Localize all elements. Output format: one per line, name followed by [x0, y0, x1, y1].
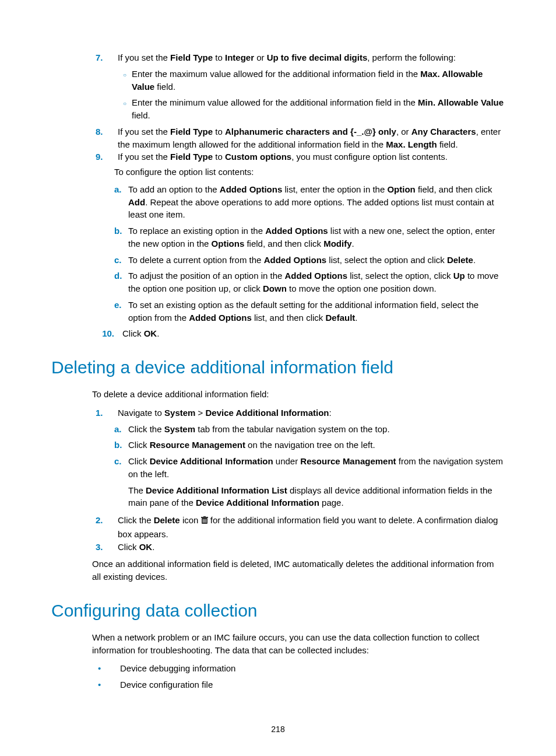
step9-intro: To configure the option list contents: — [114, 166, 505, 178]
letter-marker: d. — [114, 270, 128, 282]
letter-marker: b. — [114, 439, 128, 452]
del-outro: Once an additional information field is … — [92, 558, 505, 583]
step-number: 7. — [92, 52, 118, 62]
letter-marker: b. — [114, 225, 128, 237]
step9-c: c.To delete a current option from the Ad… — [114, 254, 505, 267]
del1-b: b.Click Resource Management on the navig… — [114, 439, 505, 452]
letter-marker: a. — [114, 183, 128, 196]
del1-a: a.Click the System tab from the tabular … — [114, 423, 505, 436]
del-step-1: 1. Navigate to System > Device Additiona… — [92, 407, 505, 419]
step-body: Click OK. — [118, 541, 505, 554]
cfg-bullet-2: •Device configuration file — [92, 678, 505, 691]
page-number: 218 — [0, 724, 556, 734]
svg-rect-5 — [206, 519, 206, 523]
letter-marker: a. — [114, 423, 128, 436]
step-body: If you set the Field Type to Integer or … — [118, 51, 505, 125]
step9-e: e.To set an existing option as the defau… — [114, 299, 505, 324]
svg-rect-2 — [203, 516, 206, 517]
step-number: 10. — [92, 328, 122, 338]
del1-note: The Device Additional Information List d… — [128, 484, 505, 510]
step-number: 1. — [92, 408, 118, 418]
step9-a: a.To add an option to the Added Options … — [114, 183, 505, 221]
trash-icon — [201, 515, 208, 528]
step9-sublist: a.To add an option to the Added Options … — [114, 183, 505, 324]
step-number: 2. — [92, 515, 118, 525]
cfg-intro: When a network problem or an IMC failure… — [92, 631, 505, 657]
step9-b: b.To replace an existing option in the A… — [114, 225, 505, 250]
step-body: If you set the Field Type to Alphanumeri… — [118, 125, 505, 151]
heading-configuring: Configuring data collection — [51, 601, 505, 621]
step-body: If you set the Field Type to Custom opti… — [118, 150, 505, 163]
step-number: 9. — [92, 152, 118, 162]
letter-marker: c. — [114, 455, 128, 468]
step-10: 10. Click OK. — [92, 327, 505, 340]
content-area: 7. If you set the Field Type to Integer … — [92, 51, 505, 691]
svg-rect-3 — [203, 519, 203, 523]
del-step-3: 3. Click OK. — [92, 541, 505, 554]
letter-marker: e. — [114, 299, 128, 312]
bullet-dot-icon: • — [92, 678, 120, 691]
svg-rect-4 — [204, 519, 205, 523]
step7-sub-b: ○Enter the minimum value allowed for the… — [118, 96, 505, 122]
step-9: 9. If you set the Field Type to Custom o… — [92, 150, 505, 163]
bullet-dot-icon: • — [92, 662, 120, 675]
document-page: 7. If you set the Field Type to Integer … — [0, 0, 556, 756]
step-7: 7. If you set the Field Type to Integer … — [92, 51, 505, 125]
bullet-circle-icon: ○ — [118, 71, 132, 80]
step-body: Click the Delete icon for the additional… — [118, 514, 505, 541]
step-number: 3. — [92, 542, 118, 552]
step9-d: d.To adjust the position of an option in… — [114, 270, 505, 295]
del1-sublist: a.Click the System tab from the tabular … — [114, 423, 505, 481]
cfg-bullet-1: •Device debugging information — [92, 662, 505, 675]
step-number: 8. — [92, 127, 118, 136]
step-body: Click OK. — [122, 327, 505, 340]
del-intro: To delete a device additional informatio… — [92, 388, 505, 401]
step-body: Navigate to System > Device Additional I… — [118, 407, 505, 419]
step7-sublist: ○Enter the maximum value allowed for the… — [118, 68, 505, 122]
heading-deleting: Deleting a device additional information… — [51, 358, 505, 377]
step7-sub-a: ○Enter the maximum value allowed for the… — [118, 68, 505, 93]
step-8: 8. If you set the Field Type to Alphanum… — [92, 125, 505, 151]
cfg-bullets: •Device debugging information •Device co… — [92, 662, 505, 691]
bullet-circle-icon: ○ — [118, 100, 132, 108]
letter-marker: c. — [114, 254, 128, 267]
del1-c: c.Click Device Additional Information un… — [114, 455, 505, 481]
del-step-2: 2. Click the Delete icon for the additio… — [92, 514, 505, 541]
